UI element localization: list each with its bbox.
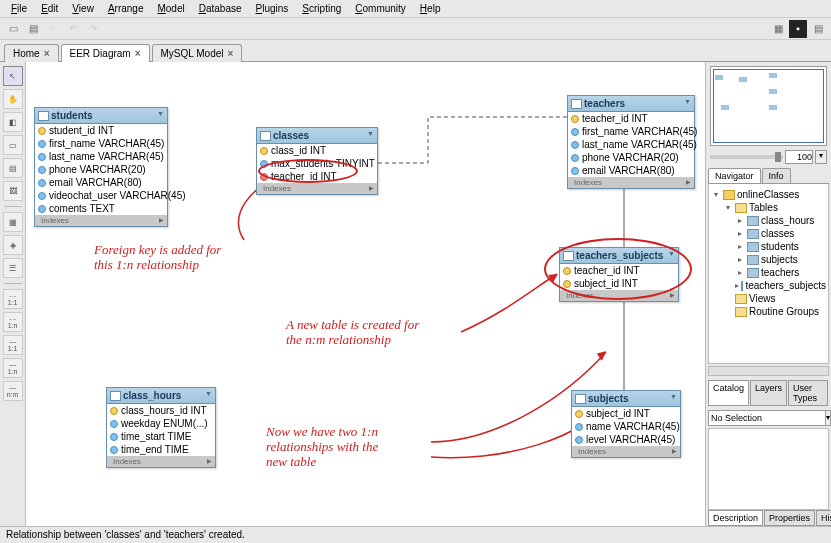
column: class_hours_id INT [107,404,215,417]
column: phone VARCHAR(20) [35,163,167,176]
menubar: File Edit View Arrange Model Database Pl… [0,0,831,18]
column: videochat_user VARCHAR(45) [35,189,167,202]
zoom-dropdown[interactable]: ▾ [815,150,827,164]
tab-home[interactable]: Home× [4,44,59,62]
column: email VARCHAR(80) [35,176,167,189]
menu-view[interactable]: View [65,1,101,16]
right-panel: ▾ Navigator Info ▾onlineClasses ▾Tables … [705,62,831,526]
tab-description[interactable]: Description [708,510,763,526]
entity-header[interactable]: subjects [572,391,680,407]
redo-button[interactable]: ↷ [84,20,102,38]
tab-mysql-model[interactable]: MySQL Model× [152,44,243,62]
tab-eer-diagram[interactable]: EER Diagram× [61,44,150,62]
column: teacher_id INT [568,112,694,125]
note-tool[interactable]: ▤ [3,158,23,178]
indexes-row[interactable]: Indexes [572,446,680,457]
menu-arrange[interactable]: Arrange [101,1,151,16]
close-icon[interactable]: × [135,48,141,59]
panel-button[interactable]: ▤ [809,20,827,38]
rel-1-n-id-tool[interactable]: —1:n [3,358,23,378]
menu-database[interactable]: Database [192,1,249,16]
annotation: Foreign key is added for this 1:n relati… [94,242,221,272]
routine-tool[interactable]: ☰ [3,258,23,278]
undo-button[interactable]: ↶ [64,20,82,38]
rel-1-1-nonid-tool[interactable]: - -1:1 [3,289,23,309]
grid-button[interactable]: ▦ [769,20,787,38]
open-file-button[interactable]: ▤ [24,20,42,38]
annotation: A new table is created for the n:m relat… [286,317,419,347]
column: name VARCHAR(45) [572,420,680,433]
tree-scrollbar[interactable] [708,366,829,376]
close-icon[interactable]: × [44,48,50,59]
tab-user-types[interactable]: User Types [788,380,828,406]
column: student_id INT [35,124,167,137]
pointer-tool[interactable]: ↖ [3,66,23,86]
tab-history[interactable]: History [816,510,831,526]
entity-teachers[interactable]: teachers teacher_id INT first_name VARCH… [567,95,695,189]
entity-class-hours[interactable]: class_hours class_hours_id INT weekday E… [106,387,216,468]
menu-plugins[interactable]: Plugins [249,1,296,16]
column: subject_id INT [572,407,680,420]
eraser-tool[interactable]: ◧ [3,112,23,132]
tab-properties[interactable]: Properties [764,510,815,526]
top-toolbar: ▭ ▤ ▫ ↶ ↷ ▦ ▪ ▤ [0,18,831,40]
layer-tool[interactable]: ▭ [3,135,23,155]
view-tool[interactable]: ◈ [3,235,23,255]
table-tool[interactable]: ▦ [3,212,23,232]
image-tool[interactable]: 🖼 [3,181,23,201]
entity-subjects[interactable]: subjects subject_id INT name VARCHAR(45)… [571,390,681,458]
menu-model[interactable]: Model [150,1,191,16]
column: weekday ENUM(...) [107,417,215,430]
column: email VARCHAR(80) [568,164,694,177]
tab-navigator[interactable]: Navigator [708,168,761,183]
column: last_name VARCHAR(45) [568,138,694,151]
indexes-row[interactable]: Indexes [568,177,694,188]
entity-header[interactable]: teachers [568,96,694,112]
status-bar: Relationship between 'classes' and 'teac… [0,526,831,543]
selection-combo[interactable] [708,410,826,426]
tab-layers[interactable]: Layers [750,380,787,406]
column: phone VARCHAR(20) [568,151,694,164]
annotation: Now we have two 1:n relationships with t… [266,424,378,469]
output-button[interactable]: ▪ [789,20,807,38]
highlight-ring [544,238,692,300]
entity-header[interactable]: students [35,108,167,124]
column: level VARCHAR(45) [572,433,680,446]
new-file-button[interactable]: ▭ [4,20,22,38]
column: last_name VARCHAR(45) [35,150,167,163]
column: time_start TIME [107,430,215,443]
rel-n-m-tool[interactable]: —n:m [3,381,23,401]
indexes-row[interactable]: Indexes [257,183,377,194]
tab-info[interactable]: Info [762,168,791,183]
entity-header[interactable]: class_hours [107,388,215,404]
column: class_id INT [257,144,377,157]
entity-header[interactable]: classes [257,128,377,144]
properties-area [708,428,829,510]
menu-community[interactable]: Community [348,1,413,16]
zoom-input[interactable] [785,150,813,164]
hand-tool[interactable]: ✋ [3,89,23,109]
indexes-row[interactable]: Indexes [35,215,167,226]
save-button[interactable]: ▫ [44,20,62,38]
column: first_name VARCHAR(45) [35,137,167,150]
menu-file[interactable]: File [4,1,34,16]
diagram-canvas[interactable]: students student_id INT first_name VARCH… [26,62,705,526]
selection-dropdown[interactable]: ▾ [826,410,831,426]
zoom-slider[interactable] [710,155,783,159]
close-icon[interactable]: × [228,48,234,59]
column: coments TEXT [35,202,167,215]
minimap[interactable] [710,66,827,146]
tab-catalog[interactable]: Catalog [708,380,749,406]
left-tool-palette: ↖ ✋ ◧ ▭ ▤ 🖼 ▦ ◈ ☰ - -1:1 - -1:n —1:1 —1:… [0,62,26,526]
column: time_end TIME [107,443,215,456]
indexes-row[interactable]: Indexes [107,456,215,467]
rel-1-n-nonid-tool[interactable]: - -1:n [3,312,23,332]
entity-students[interactable]: students student_id INT first_name VARCH… [34,107,168,227]
column: first_name VARCHAR(45) [568,125,694,138]
menu-help[interactable]: Help [413,1,448,16]
menu-scripting[interactable]: Scripting [295,1,348,16]
schema-tree[interactable]: ▾onlineClasses ▾Tables ▸class_hours ▸cla… [708,184,829,364]
rel-1-1-id-tool[interactable]: —1:1 [3,335,23,355]
highlight-ring [258,159,358,183]
menu-edit[interactable]: Edit [34,1,65,16]
